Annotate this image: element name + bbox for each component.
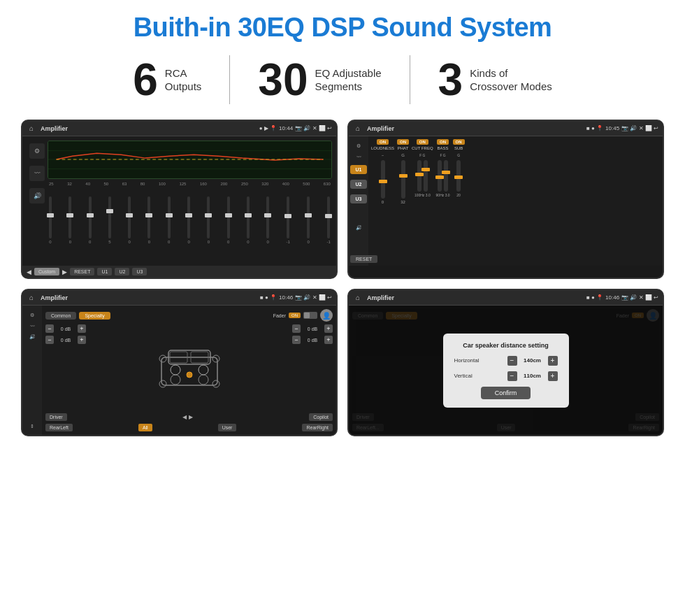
loudness-slider[interactable] [381,160,385,199]
tab-common[interactable]: Common [45,312,76,320]
svg-point-13 [159,355,166,362]
crossover-main-area: ON LOUDNESS ~ 0 ON PHAT G [368,136,663,266]
vol-fr-value: 0 dB [303,327,322,331]
u1-select[interactable]: U1 [350,165,367,174]
vol-rr-value: 0 dB [303,338,322,343]
eq-slider-2: 0 [89,196,92,244]
vol-rr-minus[interactable]: − [292,336,301,344]
svg-point-14 [212,355,219,362]
crossover-side-panel: ⚙ 〰 U1 U2 U3 🔊 RESET [349,136,368,266]
eq-sliders: 0 0 0 [48,188,332,244]
stat-eq-number: 30 [258,57,308,102]
speaker-side-panel: ⚙ 〰 🔊 ⇕ [22,306,42,435]
cutfreq-slider-f[interactable] [417,160,421,192]
status-bar-2: ⌂ Amplifier ■ ● 📍 10:45 📷 🔊 ✕ ⬜ ↩ [349,121,663,136]
all-btn[interactable]: All [138,424,152,431]
vertical-minus[interactable]: − [507,371,517,381]
cutfreq-on[interactable]: ON [417,139,428,145]
eq-reset-btn[interactable]: RESET [70,268,94,275]
dialog-title: Car speaker distance setting [454,342,558,349]
screen-speaker: ⌂ Amplifier ■ ● 📍 10:46 📷 🔊 ✕ ⬜ ↩ ⚙ 〰 🔊 … [21,289,338,436]
status-icons-3: ■ ● 📍 10:46 📷 🔊 ✕ ⬜ ↩ [260,294,332,301]
person-icon[interactable]: 👤 [320,309,333,322]
app-name-4: Amplifier [367,294,582,301]
eq-u3-btn[interactable]: U3 [132,268,147,275]
rearright-btn[interactable]: RearRight [302,424,333,431]
speaker-distance-dialog: Car speaker distance setting Horizontal … [443,334,569,408]
dialog-overlay: Car speaker distance setting Horizontal … [349,306,663,435]
stat-crossover-text: Kinds of Crossover Modes [470,66,552,94]
rearleft-btn[interactable]: RearLeft [45,424,73,431]
loudness-on[interactable]: ON [377,139,389,145]
vol-row-fl: − 0 dB + [45,324,86,333]
eq-slider-1: 0 [68,196,71,244]
fader-on-badge[interactable]: ON [289,313,301,318]
vol-rl-value: 0 dB [56,338,75,343]
dialog-vertical-row: Vertical − 110cm + [454,371,558,381]
home-icon-3[interactable]: ⌂ [27,293,36,303]
speaker-main-area: Common Specialty Fader ON 👤 [42,306,336,435]
main-title: Buith-in 30EQ DSP Sound System [134,13,552,43]
wave-icon[interactable]: 〰 [29,166,45,181]
tab-specialty[interactable]: Specialty [79,312,110,320]
confirm-button[interactable]: Confirm [481,387,531,399]
svg-point-15 [159,380,166,387]
eq-slider-13: 0 [307,196,310,244]
sub-col: ON SUB G 20 [453,139,465,204]
vertical-plus[interactable]: + [548,371,558,381]
eq-slider-4: 0 [128,196,131,244]
phat-on[interactable]: ON [397,139,409,145]
eq-slider-3: 5 [108,196,111,244]
sub-slider[interactable] [456,160,461,192]
driver-btn[interactable]: Driver [45,413,67,421]
stat-crossover: 3 Kinds of Crossover Modes [410,57,580,102]
eq-u2-btn[interactable]: U2 [115,268,129,275]
vol-fl-plus[interactable]: + [78,324,86,333]
bass-slider-g[interactable] [444,160,448,192]
vol-rl-plus[interactable]: + [78,336,86,344]
vol-fr-plus[interactable]: + [324,324,333,333]
speaker-icon[interactable]: 🔊 [29,188,45,203]
stat-eq-text: EQ Adjustable Segments [315,66,382,94]
bass-slider-f[interactable] [438,160,442,192]
bass-col: ON BASS F G 90Hz [436,139,450,204]
svg-point-10 [171,375,180,385]
vol-rl-minus[interactable]: − [45,336,54,344]
home-icon-4[interactable]: ⌂ [353,293,363,303]
copilot-btn[interactable]: Copilot [309,413,333,421]
user-btn[interactable]: User [218,424,237,431]
horizontal-plus[interactable]: + [548,356,558,366]
horizontal-label: Horizontal [454,357,480,364]
vol-fr-minus[interactable]: − [292,324,301,333]
vol-rr-plus[interactable]: + [324,336,333,344]
screens-grid: ⌂ Amplifier ● ▶ 📍 10:44 📷 🔊 ✕ ⬜ ↩ ⚙ 〰 🔊 [21,120,664,436]
stat-eq: 30 EQ Adjustable Segments [230,57,409,102]
vol-fl-minus[interactable]: − [45,324,54,333]
svg-point-11 [199,375,208,385]
u3-select[interactable]: U3 [350,194,367,203]
horizontal-control: − 140cm + [507,356,558,366]
status-bar-1: ⌂ Amplifier ● ▶ 📍 10:44 📷 🔊 ✕ ⬜ ↩ [22,121,336,136]
home-icon-1[interactable]: ⌂ [27,124,36,134]
stat-rca-text: RCA Outputs [165,66,202,94]
eq-u1-btn[interactable]: U1 [97,268,112,275]
app-name-2: Amplifier [367,125,582,132]
home-icon-2[interactable]: ⌂ [353,124,363,134]
eq-content: ⚙ 〰 🔊 [22,136,336,266]
bass-on[interactable]: ON [437,139,449,145]
dialog-horizontal-row: Horizontal − 140cm + [454,356,558,366]
sub-on[interactable]: ON [453,139,465,145]
vertical-control: − 110cm + [507,371,558,381]
vol-row-rr: − 0 dB + [292,336,333,344]
horizontal-minus[interactable]: − [507,356,517,366]
eq-icon[interactable]: ⚙ [29,143,45,159]
u2-select[interactable]: U2 [350,180,367,189]
eq-slider-9: 0 [227,196,230,244]
phat-slider[interactable] [401,160,405,199]
cutfreq-slider-g[interactable] [424,160,428,192]
svg-point-9 [199,365,208,375]
eq-preset-custom[interactable]: Custom [34,268,59,275]
eq-slider-11: 0 [266,196,269,244]
cutfreq-col: ON CUT FREQ F G 100 [412,139,433,204]
status-icons-1: ● ▶ 📍 10:44 📷 🔊 ✕ ⬜ ↩ [259,125,332,131]
